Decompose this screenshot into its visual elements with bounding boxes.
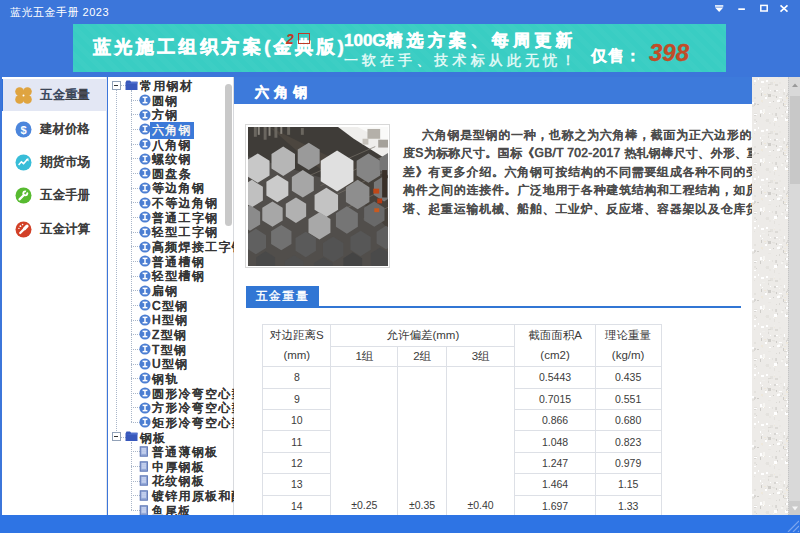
svg-text:$: $ [20,124,26,136]
